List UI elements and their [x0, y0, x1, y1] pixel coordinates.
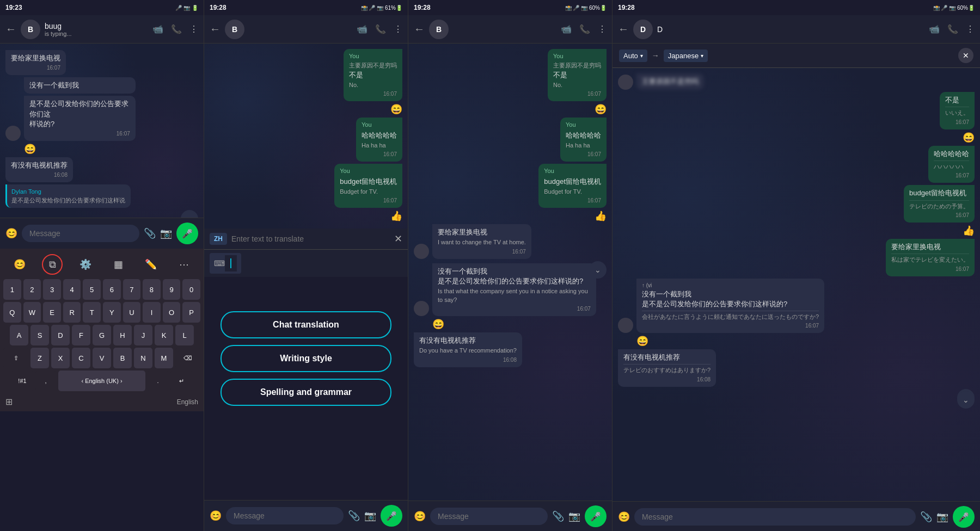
kb-key[interactable]: 5	[83, 279, 101, 300]
attach-icon-2[interactable]: 📎	[348, 510, 360, 522]
kb-key[interactable]: K	[155, 325, 173, 345]
kb-key[interactable]: L	[175, 325, 194, 345]
kb-period-key[interactable]: .	[148, 371, 168, 391]
camera-icon-3[interactable]: 📷	[568, 510, 580, 522]
message-input-2[interactable]	[226, 507, 344, 524]
translate-bar: ZH ✕	[204, 229, 408, 250]
kb-key[interactable]: D	[51, 325, 70, 345]
kb-enter-key[interactable]: ↵	[170, 371, 192, 391]
kb-key[interactable]: P	[182, 302, 200, 323]
kb-key[interactable]: B	[113, 348, 132, 368]
kb-key[interactable]: H	[113, 325, 132, 345]
more-kb-icon[interactable]: ⋯	[174, 254, 194, 275]
kb-key[interactable]: Q	[3, 302, 21, 323]
kb-key[interactable]: 2	[23, 279, 41, 300]
call-icon-2[interactable]: 📞	[375, 24, 386, 34]
kb-key[interactable]: Z	[30, 348, 49, 368]
kb-key[interactable]: 7	[123, 279, 141, 300]
kb-key[interactable]: 8	[143, 279, 161, 300]
kb-key[interactable]: G	[93, 325, 111, 345]
mic-button-1[interactable]: 🎤	[176, 223, 198, 244]
kb-backspace-key[interactable]: ⌫	[175, 348, 200, 368]
scroll-down-button-4b[interactable]: ⌄	[957, 391, 975, 409]
kb-key[interactable]: N	[134, 348, 152, 368]
kb-comma-key[interactable]: ,	[35, 371, 56, 391]
message-input-4[interactable]	[634, 508, 916, 526]
kb-key[interactable]: 4	[63, 279, 81, 300]
settings-kb-icon[interactable]: ⚙️	[75, 254, 96, 275]
back-arrow-1[interactable]: ←	[5, 23, 16, 35]
close-translate-button[interactable]: ✕	[394, 233, 402, 245]
emoji-kb-icon[interactable]: 😊	[9, 254, 30, 275]
kb-key[interactable]: 1	[3, 279, 21, 300]
kb-key[interactable]: 6	[103, 279, 121, 300]
mic-button-2[interactable]: 🎤	[381, 505, 402, 527]
chat-translation-button[interactable]: Chat translation	[220, 311, 391, 338]
text-kb-icon[interactable]: ✏️	[140, 254, 161, 275]
kb-key[interactable]: C	[72, 348, 90, 368]
camera-icon-2[interactable]: 📷	[364, 510, 376, 522]
kb-key[interactable]: 0	[182, 279, 200, 300]
attach-icon-4[interactable]: 📎	[920, 511, 932, 523]
scroll-down-button-1[interactable]: ⌄	[181, 210, 198, 218]
back-arrow-2[interactable]: ←	[210, 23, 220, 35]
kb-key[interactable]: 9	[163, 279, 181, 300]
mic-button-3[interactable]: 🎤	[585, 505, 607, 527]
video-icon-3[interactable]: 📹	[561, 24, 572, 34]
kb-key[interactable]: U	[123, 302, 141, 323]
sticker-kb-icon[interactable]: ⧉	[42, 254, 63, 275]
kb-key[interactable]: A	[10, 325, 28, 345]
emoji-icon-2[interactable]: 😊	[210, 510, 222, 522]
kb-key[interactable]: E	[43, 302, 61, 323]
msg-translation-jp: 会社があなたに言うように頼む通知であなたに送ったものですか?	[642, 311, 819, 321]
kb-key[interactable]: O	[163, 302, 181, 323]
kb-key[interactable]: S	[30, 325, 49, 345]
kb-symbol-key[interactable]: !#1	[11, 371, 33, 391]
layout-kb-icon[interactable]: ▦	[108, 254, 128, 275]
kb-key[interactable]: W	[23, 302, 41, 323]
message-input-3[interactable]	[430, 508, 548, 525]
kb-key[interactable]: T	[83, 302, 101, 323]
target-lang-selector[interactable]: Japanese ▾	[664, 50, 708, 62]
camera-icon-4[interactable]: 📷	[936, 511, 948, 523]
emoji-icon-3[interactable]: 😊	[414, 510, 426, 522]
translate-input[interactable]	[231, 234, 390, 243]
kb-grid-icon[interactable]: ⊞	[5, 397, 13, 407]
more-icon-4[interactable]: ⋮	[966, 24, 975, 34]
attach-icon-3[interactable]: 📎	[552, 510, 564, 522]
kb-key[interactable]: F	[72, 325, 90, 345]
spelling-grammar-button[interactable]: Spelling and grammar	[220, 379, 391, 406]
emoji-icon-4[interactable]: 😊	[618, 511, 630, 523]
kb-shift-key[interactable]: ⇧	[3, 348, 28, 368]
kb-key[interactable]: Y	[103, 302, 121, 323]
mic-button-4[interactable]: 🎤	[953, 506, 975, 528]
source-lang-selector[interactable]: Auto ▾	[619, 50, 647, 62]
more-icon-2[interactable]: ⋮	[394, 24, 402, 34]
chat-avatar	[414, 301, 429, 316]
kb-key[interactable]: X	[51, 348, 70, 368]
kb-key[interactable]: M	[155, 348, 173, 368]
call-icon-1[interactable]: 📞	[171, 24, 182, 34]
kb-key[interactable]: I	[143, 302, 161, 323]
kb-key[interactable]: 3	[43, 279, 61, 300]
emoji-icon-1[interactable]: 😊	[5, 227, 17, 239]
back-arrow-3[interactable]: ←	[414, 23, 425, 35]
close-translation-button[interactable]: ✕	[958, 48, 973, 63]
video-icon-1[interactable]: 📹	[152, 24, 163, 34]
video-icon-2[interactable]: 📹	[357, 24, 367, 34]
call-icon-4[interactable]: 📞	[947, 24, 958, 34]
emoji-row: 😄	[408, 103, 607, 115]
more-icon-3[interactable]: ⋮	[598, 24, 607, 34]
kb-space-key[interactable]: ‹ English (UK) ›	[58, 371, 145, 391]
camera-icon-1[interactable]: 📷	[160, 227, 172, 239]
kb-key[interactable]: V	[93, 348, 111, 368]
kb-key[interactable]: J	[134, 325, 152, 345]
back-arrow-4[interactable]: ←	[618, 23, 629, 35]
message-input-1[interactable]	[22, 225, 139, 242]
attach-icon-1[interactable]: 📎	[144, 227, 156, 239]
writing-style-button[interactable]: Writing style	[220, 345, 391, 372]
call-icon-3[interactable]: 📞	[579, 24, 590, 34]
kb-key[interactable]: R	[63, 302, 81, 323]
video-icon-4[interactable]: 📹	[929, 24, 940, 34]
more-icon-1[interactable]: ⋮	[189, 24, 198, 34]
